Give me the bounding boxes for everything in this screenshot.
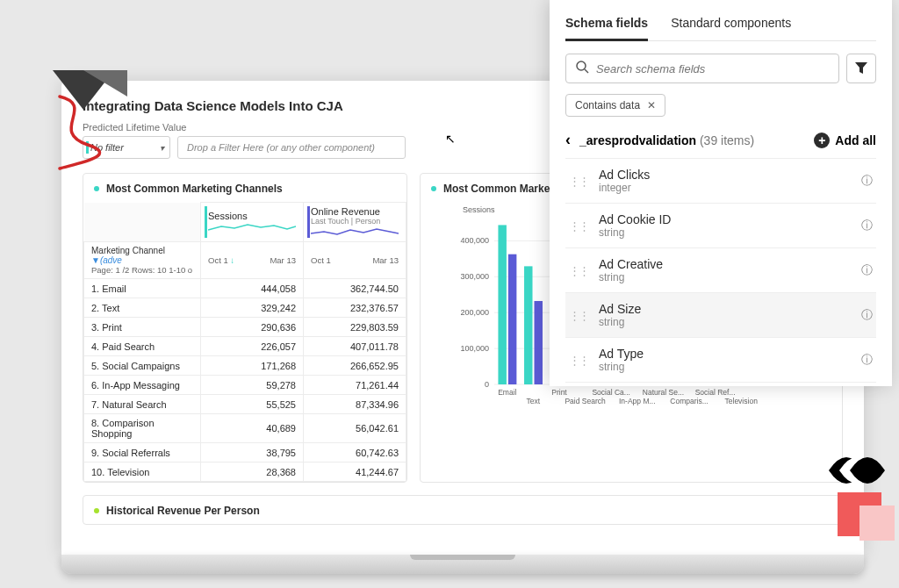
svg-text:Paid Search: Paid Search	[565, 397, 606, 405]
svg-point-45	[577, 61, 586, 70]
table-row[interactable]: 9. Social Referrals38,79560,742.63	[84, 443, 406, 463]
svg-text:Social Ca...: Social Ca...	[592, 388, 629, 397]
svg-rect-18	[524, 266, 532, 384]
svg-rect-19	[535, 301, 543, 384]
svg-text:Text: Text	[527, 397, 541, 405]
panel1-title: Most Common Marketing Channels	[106, 183, 283, 195]
search-input[interactable]	[596, 62, 830, 75]
dimension-label: Marketing Channel	[91, 246, 165, 255]
svg-text:Social Ref...: Social Ref...	[695, 388, 736, 397]
metric-revenue: Online Revenue	[311, 206, 380, 217]
svg-text:200,000: 200,000	[460, 308, 489, 317]
plus-icon: +	[814, 133, 830, 148]
svg-text:0: 0	[485, 380, 489, 389]
schema-field-item[interactable]: ⋮⋮ Ad Cookie IDstring ⓘ	[565, 204, 876, 248]
svg-rect-3	[859, 506, 895, 541]
table-row[interactable]: 4. Paid Search226,057407,011.78	[84, 337, 406, 356]
schema-field-item[interactable]: ⋮⋮ Ad Sizestring ⓘ	[565, 293, 876, 338]
svg-text:Natural Se...: Natural Se...	[643, 388, 684, 397]
schema-field-item[interactable]: ⋮⋮ Ad Typestring ⓘ	[565, 338, 876, 383]
table-row[interactable]: 5. Social Campaigns171,268266,652.95	[84, 356, 406, 376]
close-icon[interactable]: ✕	[647, 99, 656, 111]
grip-icon: ⋮⋮	[569, 309, 588, 322]
info-icon[interactable]: ⓘ	[861, 173, 873, 189]
svg-rect-15	[498, 225, 506, 384]
svg-line-46	[585, 69, 588, 73]
info-icon[interactable]: ⓘ	[861, 352, 873, 368]
filter-chip-contains-data[interactable]: Contains data✕	[565, 94, 665, 117]
brand-logo	[44, 61, 140, 179]
table-row[interactable]: 10. Television28,36841,244.67	[84, 463, 406, 482]
table-row[interactable]: 2. Text329,242232,376.57	[84, 298, 406, 318]
svg-text:100,000: 100,000	[460, 344, 489, 353]
panel3-title: Historical Revenue Per Person	[106, 505, 260, 517]
table-row[interactable]: 8. Comparison Shopping40,68956,042.61	[84, 414, 406, 443]
svg-text:In-App M...: In-App M...	[619, 397, 656, 405]
tab-schema-fields[interactable]: Schema fields	[565, 11, 648, 41]
table-row[interactable]: 3. Print290,636229,803.59	[84, 318, 406, 337]
info-icon[interactable]: ⓘ	[861, 262, 873, 278]
metric-sessions: Sessions	[208, 211, 248, 221]
table-row[interactable]: 6. In-App Messaging59,27871,261.44	[84, 376, 406, 395]
search-box[interactable]	[565, 54, 839, 83]
schema-fields-panel: Schema fields Standard components Contai…	[550, 0, 892, 386]
table-row[interactable]: 1. Email444,058362,744.50	[84, 279, 406, 298]
filter-button[interactable]	[846, 54, 876, 83]
svg-text:Email: Email	[498, 388, 516, 397]
info-icon[interactable]: ⓘ	[861, 307, 873, 323]
add-all-button[interactable]: + Add all	[814, 133, 876, 148]
svg-rect-16	[508, 255, 516, 384]
grip-icon: ⋮⋮	[569, 354, 588, 367]
funnel-icon	[855, 62, 867, 75]
grip-icon: ⋮⋮	[569, 175, 588, 188]
back-button[interactable]: ‹	[565, 131, 571, 149]
chevron-down-icon: ▾	[160, 143, 164, 153]
info-icon[interactable]: ⓘ	[861, 218, 873, 233]
schema-field-item[interactable]: ⋮⋮ Ad Clicksinteger ⓘ	[565, 159, 876, 204]
svg-text:300,000: 300,000	[460, 272, 489, 281]
search-icon	[575, 60, 589, 77]
laptop-base	[61, 555, 864, 574]
schema-field-item[interactable]: ⋮⋮ Ad Creativestring ⓘ	[565, 248, 876, 293]
svg-text:Comparis...: Comparis...	[670, 397, 708, 405]
tab-standard-components[interactable]: Standard components	[671, 11, 791, 40]
decorative-graphic	[829, 444, 899, 544]
svg-text:Television: Television	[725, 397, 759, 405]
grip-icon: ⋮⋮	[569, 219, 588, 233]
svg-marker-47	[855, 62, 867, 74]
funnel-icon[interactable]: ▼	[91, 255, 100, 265]
channels-table: Sessions Online RevenueLast Touch | Pers…	[83, 202, 406, 482]
grip-icon: ⋮⋮	[569, 264, 588, 277]
folder-name: _aresprodvalidation	[579, 133, 696, 147]
filter-dropzone[interactable]: Drop a Filter Here (or any other compone…	[177, 136, 406, 159]
svg-text:Print: Print	[551, 388, 567, 397]
table-row[interactable]: 7. Natural Search55,52587,334.96	[84, 395, 406, 414]
svg-text:400,000: 400,000	[460, 236, 489, 245]
